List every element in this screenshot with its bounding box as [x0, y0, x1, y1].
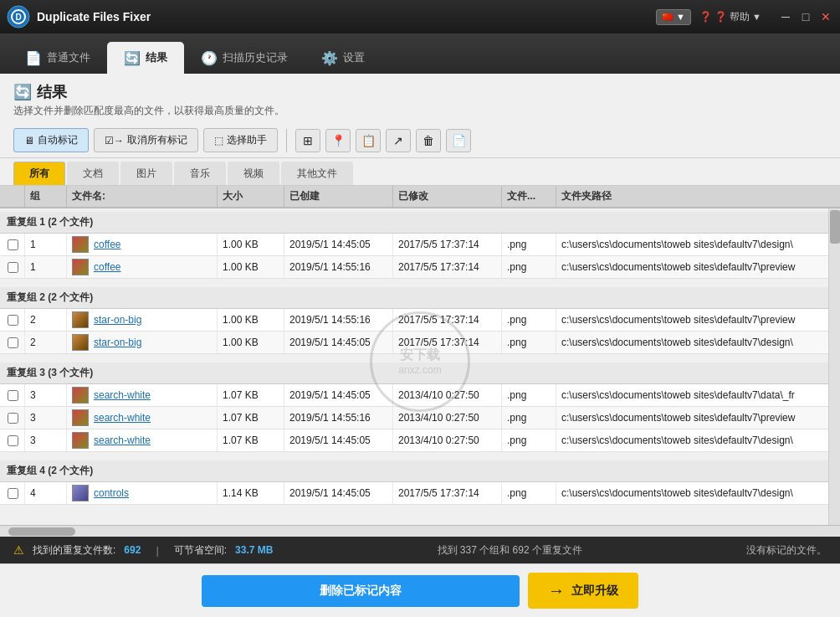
row-checkbox[interactable] [2, 256, 25, 278]
row-ext: .png [502, 384, 556, 406]
page-subtitle: 选择文件并删除匹配度最高的文件，以获得最高质量的文件。 [13, 104, 827, 118]
app-title: Duplicate Files Fixer [37, 10, 656, 23]
minimize-button[interactable]: ─ [778, 9, 793, 24]
row-checkbox[interactable] [2, 384, 25, 406]
tab-normal-label: 普通文件 [47, 50, 90, 65]
file-name-link[interactable]: coffee [94, 261, 120, 273]
export-button[interactable]: ↗ [386, 129, 411, 152]
table-header: 组 文件名: 大小 已创建 已修改 文件... 文件夹路径 [0, 186, 840, 208]
table-inner: 重复组 1 (2 个文件) 1 coffee 1.00 KB 2019/5/1 … [0, 208, 828, 525]
file-name-link[interactable]: star-on-big [94, 337, 141, 348]
col-path: 文件夹路径 [556, 186, 838, 207]
dropdown-arrow: ▼ [676, 12, 685, 22]
file-name-link[interactable]: coffee [94, 239, 120, 250]
cancel-all-button[interactable]: ☑→ 取消所有标记 [94, 128, 198, 152]
row-checkbox[interactable] [2, 332, 25, 353]
status-right-text: 没有标记的文件。 [746, 543, 827, 558]
row-ext: .png [502, 332, 556, 353]
row-ext: .png [502, 256, 556, 278]
window-controls: ─ □ ✕ [778, 9, 833, 24]
delete-button[interactable]: 删除已标记内容 [202, 575, 520, 607]
row-modified: 2017/5/5 17:37:14 [393, 234, 502, 255]
h-scroll-thumb[interactable] [8, 527, 75, 536]
group-3-header: 重复组 3 (3 个文件) [0, 359, 828, 384]
filter-tab-video[interactable]: 视频 [228, 162, 279, 185]
file-name-link[interactable]: search-white [94, 434, 151, 446]
file-thumbnail [72, 432, 89, 449]
title-bar: D Duplicate Files Fixer 🇨🇳 ▼ ❓ ❓ 帮助 ▼ ─ … [0, 0, 840, 33]
filter-tab-images[interactable]: 图片 [120, 162, 172, 185]
tab-normal[interactable]: 📄 普通文件 [8, 42, 107, 74]
help-button[interactable]: ❓ ❓ 帮助 ▼ [699, 10, 761, 24]
table-row: 2 star-on-big 1.00 KB 2019/5/1 14:55:16 … [0, 309, 828, 332]
title-bar-controls: 🇨🇳 ▼ ❓ ❓ 帮助 ▼ ─ □ ✕ [656, 9, 833, 25]
pin-button[interactable]: 📍 [325, 129, 351, 152]
table-row: 2 star-on-big 1.00 KB 2019/5/1 14:45:05 … [0, 332, 828, 354]
select-helper-button[interactable]: ⬚ 选择助手 [203, 128, 278, 152]
auto-mark-button[interactable]: 🖥 自动标记 [13, 128, 89, 152]
doc-button[interactable]: 📄 [446, 129, 471, 152]
copy-button[interactable]: 📋 [356, 129, 381, 152]
row-ext: .png [502, 309, 556, 331]
file-name-link[interactable]: search-white [94, 389, 151, 401]
file-thumbnail [72, 259, 89, 275]
row-ext: .png [502, 234, 556, 255]
row-created: 2019/5/1 14:55:16 [284, 256, 393, 278]
toolbar-separator-1 [286, 129, 287, 152]
horizontal-scrollbar[interactable] [0, 525, 840, 537]
maximize-button[interactable]: □ [798, 9, 813, 24]
filter-tab-other[interactable]: 其他文件 [281, 162, 353, 185]
row-created: 2019/5/1 14:45:05 [284, 332, 393, 353]
row-checkbox[interactable] [2, 407, 25, 429]
file-thumbnail [72, 387, 89, 404]
copy-icon: 📋 [361, 134, 376, 147]
delete-icon-button[interactable]: 🗑 [416, 129, 441, 152]
filter-tabs: 所有 文档 图片 音乐 视频 其他文件 [0, 158, 840, 186]
vertical-scrollbar[interactable] [828, 208, 840, 525]
row-checkbox[interactable] [2, 482, 25, 504]
file-name-link[interactable]: star-on-big [94, 314, 141, 326]
row-size: 1.00 KB [218, 309, 284, 331]
tab-results[interactable]: 🔄 结果 [107, 42, 184, 74]
tab-results-icon: 🔄 [124, 50, 141, 66]
file-name-link[interactable]: search-white [94, 412, 151, 424]
language-button[interactable]: 🇨🇳 ▼ [656, 9, 691, 25]
row-checkbox[interactable] [2, 429, 25, 451]
filter-tab-docs[interactable]: 文档 [67, 162, 119, 185]
tab-settings-icon: ⚙️ [321, 50, 338, 66]
auto-mark-label: 自动标记 [38, 133, 78, 147]
action-bar: 删除已标记内容 → 立即升级 [0, 563, 840, 617]
row-path: c:\users\cs\documents\toweb sites\defaul… [556, 332, 827, 353]
row-group: 3 [25, 384, 67, 406]
file-name-link[interactable]: controls [94, 487, 129, 499]
file-thumbnail [72, 236, 89, 253]
col-group: 组 [25, 186, 67, 207]
row-checkbox[interactable] [2, 309, 25, 331]
table-body: 重复组 1 (2 个文件) 1 coffee 1.00 KB 2019/5/1 … [0, 208, 828, 525]
row-size: 1.14 KB [218, 482, 284, 504]
tab-history[interactable]: 🕐 扫描历史记录 [184, 42, 305, 74]
grid-view-button[interactable]: ⊞ [295, 129, 320, 152]
page-title: 🔄 结果 [13, 82, 827, 102]
row-checkbox[interactable] [2, 234, 25, 255]
table-row: 1 coffee 1.00 KB 2019/5/1 14:55:16 2017/… [0, 256, 828, 279]
scroll-thumb[interactable] [830, 210, 840, 244]
row-modified: 2013/4/10 0:27:50 [393, 407, 502, 429]
tab-history-label: 扫描历史记录 [223, 50, 288, 65]
tab-settings[interactable]: ⚙️ 设置 [305, 42, 382, 74]
row-ext: .png [502, 429, 556, 451]
svg-text:D: D [15, 13, 21, 22]
cancel-all-label: 取消所有标记 [127, 133, 187, 147]
row-filename: star-on-big [67, 309, 218, 331]
row-filename: star-on-big [67, 332, 218, 353]
page-title-icon: 🔄 [13, 83, 32, 101]
row-modified: 2017/5/5 17:37:14 [393, 482, 502, 504]
filter-tab-music[interactable]: 音乐 [174, 162, 226, 185]
close-button[interactable]: ✕ [818, 9, 833, 24]
row-group: 4 [25, 482, 67, 504]
col-created: 已创建 [284, 186, 393, 207]
row-created: 2019/5/1 14:45:05 [284, 384, 393, 406]
upgrade-button[interactable]: → 立即升级 [528, 573, 638, 609]
export-icon: ↗ [393, 134, 403, 147]
filter-tab-all[interactable]: 所有 [13, 162, 65, 185]
